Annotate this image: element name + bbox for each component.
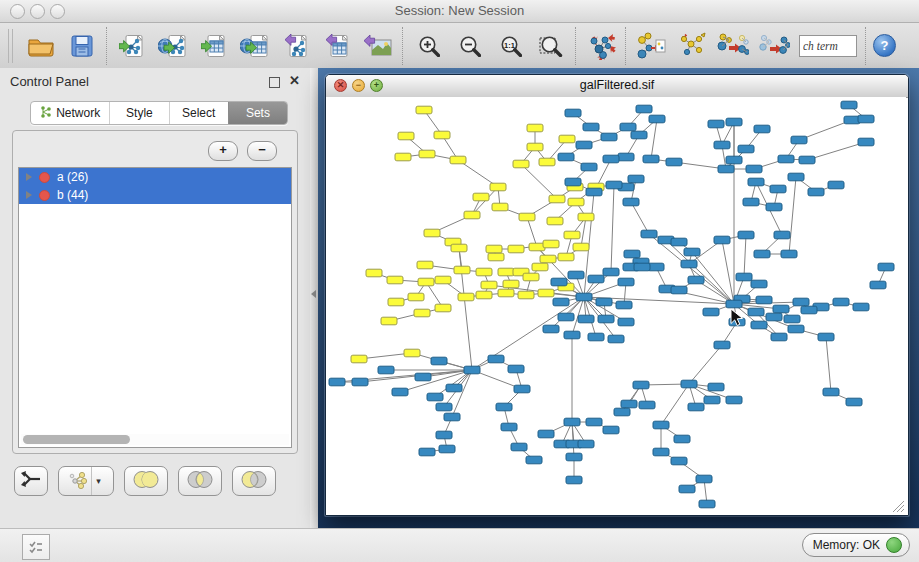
- graph-node-yellow[interactable]: [519, 213, 535, 221]
- graph-node-blue[interactable]: [703, 308, 719, 316]
- graph-node-blue[interactable]: [643, 155, 659, 163]
- graph-node-yellow[interactable]: [419, 150, 435, 158]
- graph-node-blue[interactable]: [588, 333, 604, 341]
- graph-node-blue[interactable]: [708, 383, 724, 391]
- graph-node-blue[interactable]: [551, 278, 567, 286]
- graph-node-yellow[interactable]: [435, 304, 451, 312]
- graph-node-blue[interactable]: [778, 155, 794, 163]
- graph-node-blue[interactable]: [726, 156, 742, 164]
- graph-node-yellow[interactable]: [543, 240, 559, 248]
- graph-node-blue[interactable]: [553, 298, 569, 306]
- graph-node-blue[interactable]: [649, 115, 665, 123]
- graph-node-blue[interactable]: [565, 109, 581, 117]
- graph-node-blue[interactable]: [781, 250, 797, 258]
- graph-node-blue[interactable]: [352, 378, 368, 386]
- import-table-file-button[interactable]: [198, 30, 230, 62]
- graph-node-blue[interactable]: [766, 203, 782, 211]
- network-window-titlebar[interactable]: ✕ − + galFiltered.sif: [326, 75, 908, 98]
- graph-node-yellow[interactable]: [418, 278, 434, 286]
- graph-node-blue[interactable]: [726, 118, 742, 126]
- graph-node-blue[interactable]: [714, 341, 730, 349]
- graph-node-yellow[interactable]: [523, 273, 539, 281]
- graph-node-blue[interactable]: [415, 373, 431, 381]
- expand-arrow-icon[interactable]: [26, 191, 32, 199]
- add-set-button[interactable]: +: [208, 141, 238, 161]
- graph-node-yellow[interactable]: [578, 213, 594, 221]
- float-panel-icon[interactable]: [269, 77, 280, 88]
- graph-node-blue[interactable]: [681, 260, 697, 268]
- new-network-from-selection-button[interactable]: [717, 30, 749, 62]
- export-image-button[interactable]: [362, 30, 394, 62]
- remove-set-button[interactable]: −: [247, 141, 277, 161]
- graph-node-blue[interactable]: [726, 300, 742, 308]
- graph-node-blue[interactable]: [508, 365, 524, 373]
- graph-node-blue[interactable]: [653, 448, 669, 456]
- search-input[interactable]: [799, 35, 857, 57]
- set-row[interactable]: b (44): [19, 186, 291, 204]
- graph-node-blue[interactable]: [756, 296, 772, 304]
- graph-node-blue[interactable]: [578, 440, 594, 448]
- graph-node-blue[interactable]: [566, 476, 582, 484]
- graph-node-yellow[interactable]: [547, 217, 563, 225]
- graph-node-blue[interactable]: [696, 475, 712, 483]
- graph-node-yellow[interactable]: [451, 244, 467, 252]
- graph-node-yellow[interactable]: [454, 266, 470, 274]
- graph-node-blue[interactable]: [666, 158, 682, 166]
- graph-node-blue[interactable]: [586, 418, 602, 426]
- selection-to-file-button[interactable]: [676, 30, 708, 62]
- task-history-button[interactable]: [22, 534, 50, 560]
- graph-node-yellow[interactable]: [558, 253, 574, 261]
- graph-node-yellow[interactable]: [490, 183, 506, 191]
- tab-network[interactable]: Network: [31, 102, 109, 124]
- graph-node-blue[interactable]: [704, 396, 720, 404]
- graph-node-yellow[interactable]: [508, 245, 524, 253]
- graph-node-blue[interactable]: [596, 298, 612, 306]
- graph-node-blue[interactable]: [436, 431, 452, 439]
- graph-node-blue[interactable]: [446, 384, 462, 392]
- graph-node-yellow[interactable]: [573, 243, 589, 251]
- graph-node-blue[interactable]: [565, 178, 581, 186]
- graph-node-yellow[interactable]: [416, 106, 432, 114]
- graph-node-blue[interactable]: [576, 141, 592, 149]
- graph-node-blue[interactable]: [748, 178, 764, 186]
- new-network-selected-only-button[interactable]: [758, 30, 790, 62]
- graph-node-blue[interactable]: [588, 275, 604, 283]
- graph-node-blue[interactable]: [823, 388, 839, 396]
- graph-node-blue[interactable]: [688, 276, 704, 284]
- graph-node-yellow[interactable]: [513, 160, 529, 168]
- graph-node-blue[interactable]: [788, 173, 804, 181]
- graph-node-blue[interactable]: [679, 485, 695, 493]
- zoom-out-button[interactable]: [453, 30, 485, 62]
- graph-node-blue[interactable]: [751, 321, 767, 329]
- graph-node-yellow[interactable]: [476, 268, 492, 276]
- import-network-file-button[interactable]: [116, 30, 148, 62]
- graph-node-blue[interactable]: [464, 366, 480, 374]
- zoom-selected-button[interactable]: [535, 30, 567, 62]
- zoom-actual-button[interactable]: 1:1: [494, 30, 526, 62]
- graph-node-blue[interactable]: [514, 385, 530, 393]
- graph-node-blue[interactable]: [606, 181, 622, 189]
- network-canvas[interactable]: [326, 97, 906, 514]
- graph-node-blue[interactable]: [526, 456, 542, 464]
- graph-node-blue[interactable]: [726, 396, 742, 404]
- collapse-arrow-icon[interactable]: [311, 290, 316, 298]
- graph-node-yellow[interactable]: [498, 268, 514, 276]
- graph-node-yellow[interactable]: [381, 317, 397, 325]
- graph-node-yellow[interactable]: [366, 269, 382, 277]
- graph-node-blue[interactable]: [653, 421, 669, 429]
- graph-node-yellow[interactable]: [488, 253, 504, 261]
- graph-node-blue[interactable]: [620, 123, 636, 131]
- graph-node-yellow[interactable]: [424, 229, 440, 237]
- graph-node-blue[interactable]: [799, 156, 815, 164]
- export-table-button[interactable]: [321, 30, 353, 62]
- graph-node-blue[interactable]: [578, 315, 594, 323]
- graph-node-blue[interactable]: [601, 133, 617, 141]
- graph-node-blue[interactable]: [488, 355, 504, 363]
- graph-node-blue[interactable]: [598, 315, 614, 323]
- graph-node-blue[interactable]: [543, 325, 559, 333]
- graph-node-blue[interactable]: [624, 250, 640, 258]
- open-session-button[interactable]: [25, 30, 57, 62]
- graph-node-blue[interactable]: [419, 448, 435, 456]
- graph-node-blue[interactable]: [748, 308, 764, 316]
- graph-node-blue[interactable]: [714, 141, 730, 149]
